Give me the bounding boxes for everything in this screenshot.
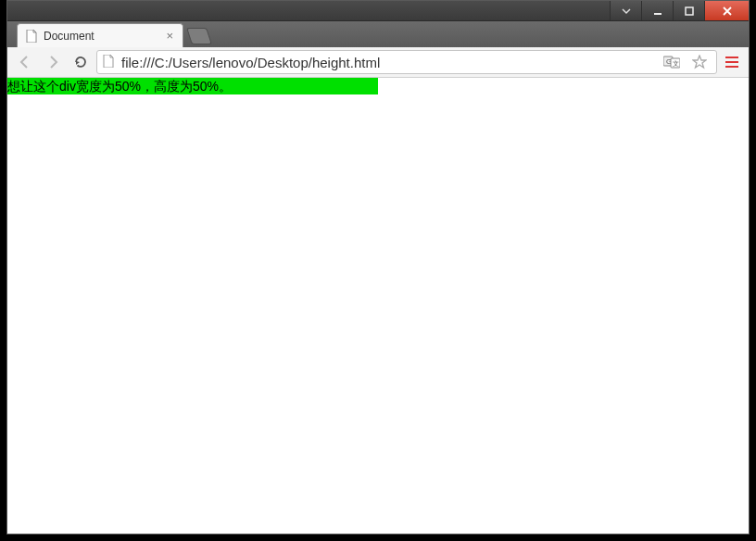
- tab-strip: Document ×: [7, 21, 749, 47]
- reload-icon: [73, 55, 88, 69]
- arrow-right-icon: [45, 55, 60, 69]
- maximize-icon: [685, 6, 694, 16]
- star-icon: [692, 55, 707, 69]
- svg-rect-8: [725, 66, 738, 68]
- translate-button[interactable]: G 文: [661, 51, 683, 73]
- browser-toolbar: G 文: [7, 47, 749, 78]
- svg-rect-1: [686, 7, 693, 15]
- letterbox-left: [0, 0, 6, 541]
- arrow-left-icon: [18, 55, 32, 69]
- letterbox-right: [750, 0, 756, 541]
- back-button[interactable]: [13, 50, 37, 74]
- file-icon: [103, 55, 114, 70]
- window-dropdown-button[interactable]: [610, 1, 641, 20]
- svg-rect-7: [725, 61, 738, 63]
- tab-close-button[interactable]: ×: [164, 29, 175, 43]
- hamburger-icon: [724, 56, 739, 69]
- menu-button[interactable]: [721, 51, 743, 73]
- address-bar[interactable]: G 文: [96, 50, 717, 74]
- tab-title: Document: [44, 30, 94, 43]
- svg-text:文: 文: [673, 60, 679, 67]
- browser-tab[interactable]: Document ×: [17, 23, 183, 47]
- forward-button[interactable]: [41, 50, 65, 74]
- minimize-icon: [653, 6, 662, 16]
- reload-button[interactable]: [69, 50, 93, 74]
- browser-window: Document × G 文: [6, 0, 750, 535]
- svg-rect-6: [725, 57, 738, 58]
- svg-rect-0: [654, 13, 662, 15]
- letterbox-bottom: [0, 535, 756, 541]
- window-minimize-button[interactable]: [641, 1, 673, 20]
- url-input[interactable]: [120, 54, 655, 71]
- chevron-down-icon: [622, 6, 631, 16]
- window-titlebar[interactable]: [7, 1, 749, 21]
- demo-div-text: 想让这个div宽度为50%，高度为50%。: [7, 79, 232, 94]
- demo-div: 想让这个div宽度为50%，高度为50%。: [7, 78, 378, 94]
- close-icon: [722, 6, 733, 17]
- window-close-button[interactable]: [704, 1, 749, 20]
- window-maximize-button[interactable]: [673, 1, 704, 20]
- new-tab-button[interactable]: [186, 28, 212, 44]
- page-viewport: 想让这个div宽度为50%，高度为50%。: [7, 78, 749, 534]
- bookmark-button[interactable]: [688, 51, 711, 73]
- file-icon: [25, 30, 38, 43]
- translate-icon: G 文: [663, 55, 680, 69]
